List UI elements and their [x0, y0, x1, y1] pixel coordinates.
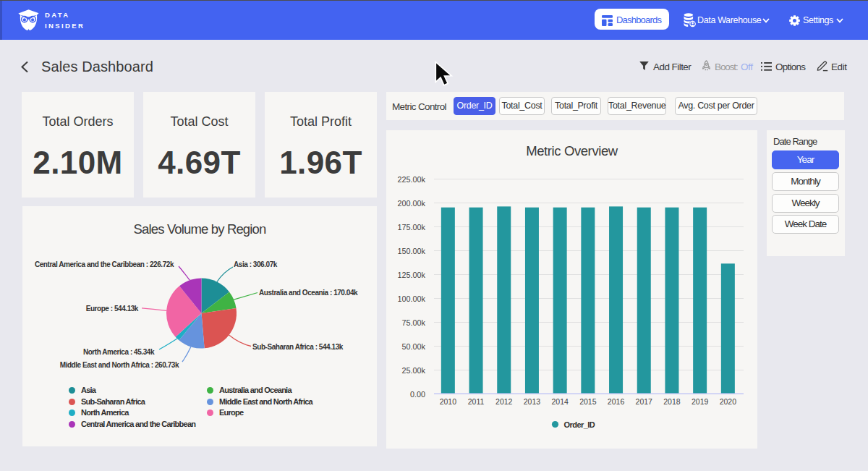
- svg-text:2013: 2013: [524, 397, 541, 406]
- svg-text:2018: 2018: [663, 397, 681, 406]
- svg-text:2015: 2015: [579, 397, 597, 406]
- svg-text:50.00k: 50.00k: [402, 342, 426, 351]
- svg-text:2016: 2016: [608, 397, 625, 406]
- svg-text:2019: 2019: [692, 397, 709, 406]
- svg-text:75.00k: 75.00k: [402, 318, 426, 327]
- svg-text:150.00k: 150.00k: [398, 247, 426, 255]
- svg-text:Order_ID: Order_ID: [564, 420, 595, 429]
- svg-text:100.00k: 100.00k: [398, 294, 426, 303]
- svg-text:175.00k: 175.00k: [398, 223, 426, 232]
- svg-text:125.00k: 125.00k: [398, 271, 426, 279]
- svg-text:2011: 2011: [468, 397, 485, 406]
- svg-text:2012: 2012: [495, 397, 513, 406]
- svg-text:2010: 2010: [440, 397, 457, 406]
- svg-text:0.00: 0.00: [410, 390, 425, 399]
- svg-text:200.00k: 200.00k: [398, 199, 426, 208]
- svg-text:2020: 2020: [720, 397, 737, 406]
- svg-text:25.00k: 25.00k: [402, 366, 426, 375]
- svg-text:2017: 2017: [636, 397, 653, 406]
- svg-text:225.00k: 225.00k: [398, 175, 426, 184]
- svg-text:2014: 2014: [551, 397, 569, 406]
